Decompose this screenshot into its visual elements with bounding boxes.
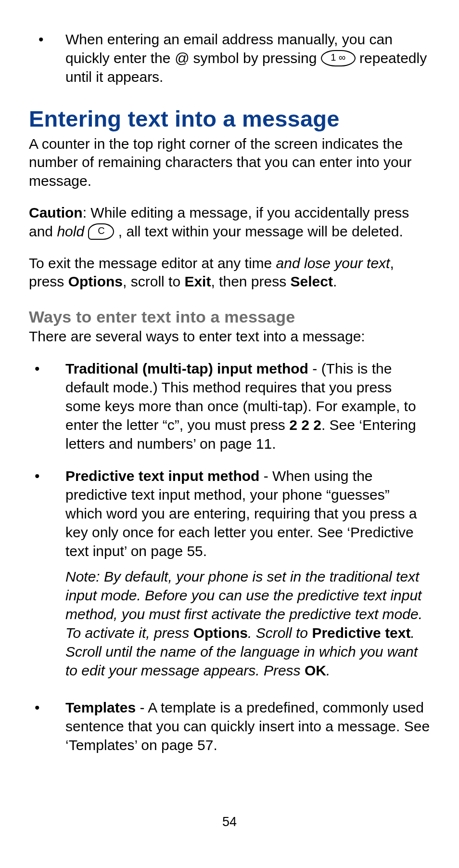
text: - <box>259 468 272 484</box>
hold-word: hold <box>57 223 84 239</box>
text: - <box>308 361 321 376</box>
predictive-title: Predictive text input method <box>65 468 259 484</box>
at-symbol: @ <box>175 50 189 66</box>
text: To exit the message editor at any time <box>29 255 276 271</box>
bullet-content: When entering an email address manually,… <box>65 30 430 86</box>
bullet-dot: • <box>29 698 65 754</box>
bullet-templates: • Templates - A template is a predefined… <box>29 698 430 754</box>
text: . Scroll to <box>248 625 312 641</box>
predictive-note: Note: By default, your phone is set in t… <box>65 567 430 680</box>
manual-page: • When entering an email address manuall… <box>0 0 459 868</box>
text: . <box>333 273 337 289</box>
bullet-dot: • <box>29 30 65 86</box>
bullet-dot: • <box>29 359 65 453</box>
keys-222: 2 2 2 <box>289 417 321 433</box>
bullet-predictive: • Predictive text input method - When us… <box>29 466 430 692</box>
caution-label: Caution <box>29 205 83 220</box>
text: - <box>136 700 148 715</box>
templates-title: Templates <box>65 700 136 715</box>
italic-text: and lose your text <box>276 255 390 271</box>
paragraph-exit: To exit the message editor at any time a… <box>29 254 430 291</box>
sub-heading: Ways to enter text into a message <box>29 308 430 326</box>
section-heading: Entering text into a message <box>29 105 430 132</box>
text: , all text within your message will be d… <box>114 223 403 239</box>
page-number: 54 <box>0 815 459 829</box>
bullet-content: Predictive text input method - When usin… <box>65 466 430 692</box>
paragraph-counter: A counter in the top right corner of the… <box>29 135 430 190</box>
text: . <box>326 662 330 678</box>
text: , then press <box>211 273 290 289</box>
ok-label: OK <box>305 662 326 678</box>
key-1-icon: 1 ∞ <box>321 50 356 66</box>
predictive-text-label: Predictive text <box>312 625 410 641</box>
bullet-email-at: • When entering an email address manuall… <box>29 30 430 86</box>
key-c-icon: C <box>88 223 114 240</box>
options-label: Options <box>68 273 123 289</box>
traditional-title: Traditional (multi-tap) input method <box>65 361 308 376</box>
select-label: Select <box>291 273 333 289</box>
text: , scroll to <box>123 273 184 289</box>
sub-intro: There are several ways to enter text int… <box>29 327 430 346</box>
paragraph-caution: Caution: While editing a message, if you… <box>29 204 430 241</box>
bullet-content: Templates - A template is a predefined, … <box>65 698 430 754</box>
bullet-content: Traditional (multi-tap) input method - (… <box>65 359 430 453</box>
text <box>84 223 88 239</box>
bullet-traditional: • Traditional (multi-tap) input method -… <box>29 359 430 453</box>
options-label: Options <box>193 625 248 641</box>
exit-label: Exit <box>184 273 211 289</box>
bullet-dot: • <box>29 466 65 692</box>
text: symbol by pressing <box>189 50 320 66</box>
